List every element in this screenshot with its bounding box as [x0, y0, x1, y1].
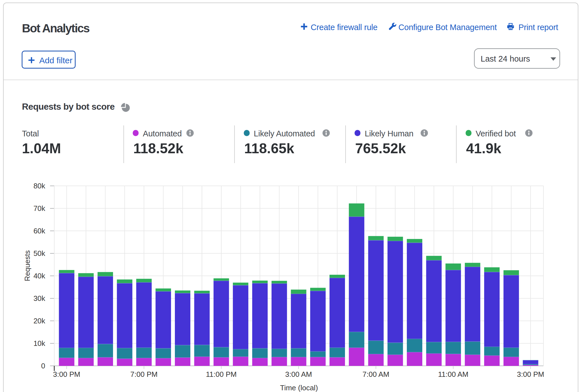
svg-text:70k: 70k	[33, 204, 46, 213]
svg-text:0: 0	[41, 362, 45, 370]
svg-text:7:00 PM: 7:00 PM	[130, 370, 158, 379]
svg-text:Requests: Requests	[23, 250, 31, 281]
svg-text:10k: 10k	[33, 339, 46, 348]
svg-text:11:00 AM: 11:00 AM	[438, 370, 468, 379]
svg-text:80k: 80k	[33, 182, 46, 190]
svg-text:60k: 60k	[33, 227, 46, 235]
svg-text:7:00 AM: 7:00 AM	[362, 370, 389, 379]
svg-text:40k: 40k	[33, 272, 46, 280]
svg-text:30k: 30k	[33, 294, 46, 303]
svg-text:50k: 50k	[33, 249, 46, 258]
svg-text:3:00 PM: 3:00 PM	[53, 370, 80, 379]
svg-text:3:00 PM: 3:00 PM	[517, 370, 544, 379]
svg-text:3:00 AM: 3:00 AM	[285, 370, 312, 379]
svg-text:Time (local): Time (local)	[280, 384, 318, 392]
svg-text:11:00 PM: 11:00 PM	[206, 370, 236, 379]
svg-text:20k: 20k	[33, 317, 46, 325]
